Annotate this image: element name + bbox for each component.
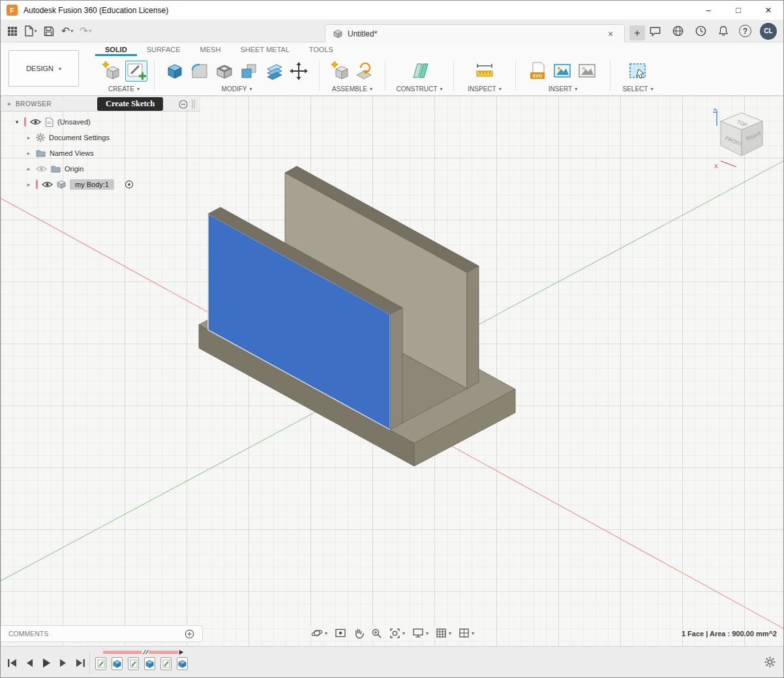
document-tab[interactable]: Untitled* × [325, 24, 625, 42]
tree-item-label: Origin [65, 165, 83, 173]
group-label-assemble[interactable]: ASSEMBLE▾ [332, 85, 372, 93]
expand-arrow-icon[interactable]: ▾ [14, 119, 20, 125]
eye-icon[interactable] [42, 181, 53, 188]
joint-icon[interactable] [354, 61, 375, 81]
tab-solid[interactable]: SOLID [95, 42, 137, 56]
measure-icon[interactable] [474, 61, 495, 81]
assemble-new-component-icon[interactable] [329, 61, 350, 81]
group-label-select[interactable]: SELECT▾ [623, 85, 654, 93]
move-icon[interactable] [288, 61, 309, 81]
group-label-insert[interactable]: INSERT▾ [549, 85, 578, 93]
view-cube[interactable]: Z X TOP FRONT RIGHT [708, 104, 776, 175]
svg-badge-text: SVG [533, 74, 543, 78]
tree-item-named-views[interactable]: ▸ Named Views [1, 145, 200, 161]
press-pull-icon[interactable] [164, 61, 185, 81]
model-face-wall2-right[interactable] [467, 266, 479, 389]
step-back-button[interactable] [22, 655, 37, 670]
timeline-sketch-feature-icon[interactable] [95, 657, 106, 670]
collapsed-arrow-icon[interactable]: ▸ [25, 134, 32, 141]
tree-item-document[interactable]: ▾ (Unsaved) [1, 114, 200, 130]
document-icon [45, 117, 53, 127]
timeline-extrude-feature-icon[interactable] [112, 657, 123, 670]
browser-minimize-icon[interactable] [179, 100, 188, 109]
collapsed-arrow-icon[interactable]: ▸ [25, 181, 32, 188]
notifications-bell-icon[interactable] [716, 23, 731, 40]
construct-plane-icon[interactable] [408, 61, 430, 81]
timeline-playhead[interactable] [179, 650, 183, 655]
decal-icon[interactable] [552, 61, 573, 81]
model-face-wall1-right[interactable] [390, 308, 402, 430]
tab-tools[interactable]: TOOLS [299, 42, 343, 56]
step-forward-button[interactable] [55, 655, 70, 670]
add-comment-icon[interactable] [185, 629, 194, 639]
tab-sheet-metal[interactable]: SHEET METAL [230, 42, 299, 56]
offset-face-icon[interactable] [264, 61, 284, 81]
ribbon-separator [453, 61, 454, 91]
new-component-icon[interactable] [100, 61, 121, 81]
history-clock-icon[interactable] [693, 23, 708, 40]
minimize-button[interactable]: – [693, 1, 723, 20]
shell-icon[interactable] [214, 61, 235, 81]
group-label-inspect[interactable]: INSPECT▾ [468, 85, 501, 93]
display-settings-icon[interactable]: ▾ [412, 628, 429, 638]
redo-button[interactable]: ↷▾ [78, 23, 93, 40]
group-label-construct[interactable]: CONSTRUCT▾ [397, 85, 443, 93]
app-grid-icon[interactable] [5, 23, 20, 40]
file-menu-button[interactable]: ▾ [23, 23, 38, 40]
grid-icon[interactable]: ▾ [436, 628, 451, 638]
close-button[interactable]: × [753, 1, 783, 20]
create-sketch-icon[interactable] [125, 61, 147, 81]
combine-icon[interactable] [239, 61, 260, 81]
timeline-scrubber-track[interactable] [95, 650, 194, 655]
pan-icon[interactable] [354, 628, 364, 639]
activate-target-icon[interactable] [125, 180, 134, 189]
go-to-start-button[interactable] [5, 655, 20, 670]
undo-button[interactable]: ↶▾ [60, 23, 74, 40]
fit-icon[interactable]: ▾ [389, 628, 405, 639]
zoom-icon[interactable] [371, 628, 382, 639]
timeline-extrude-feature-icon[interactable] [177, 657, 188, 670]
collapsed-arrow-icon[interactable]: ▸ [25, 166, 32, 172]
insert-svg-icon[interactable]: SVG [528, 61, 548, 81]
user-avatar[interactable]: CL [760, 23, 777, 40]
tab-close-icon[interactable]: × [605, 29, 616, 39]
timeline-settings-gear-icon[interactable] [764, 656, 776, 668]
workspace-selector[interactable]: DESIGN ▾ [8, 50, 79, 87]
eye-icon[interactable] [30, 118, 41, 126]
body-cube-icon [57, 180, 66, 189]
tree-item-document-settings[interactable]: ▸ Document Settings [1, 130, 200, 145]
tab-surface[interactable]: SURFACE [137, 42, 190, 56]
go-to-end-button[interactable] [72, 655, 87, 670]
play-button[interactable] [38, 655, 53, 670]
tab-mesh[interactable]: MESH [190, 42, 231, 56]
timeline-sketch-feature-icon[interactable] [128, 657, 139, 670]
timeline-sketch-feature-icon[interactable] [160, 657, 172, 670]
browser-collapse-icon[interactable]: ◄ [6, 101, 11, 107]
tree-item-body[interactable]: ▸ my Body:1 [1, 177, 200, 192]
fillet-icon[interactable] [189, 61, 210, 81]
comment-icon[interactable] [648, 23, 662, 40]
timeline-extrude-feature-icon[interactable] [144, 657, 155, 670]
eye-hidden-icon[interactable] [36, 165, 47, 173]
look-at-icon[interactable] [335, 628, 346, 638]
viewports-icon[interactable]: ▾ [459, 628, 474, 638]
canvas-icon[interactable] [577, 61, 597, 81]
group-inspect: INSPECT▾ [455, 56, 514, 95]
orbit-icon[interactable]: ▾ [311, 627, 327, 639]
group-label-create[interactable]: CREATE▾ [108, 85, 140, 93]
viewport[interactable]: ◄ BROWSER Create Sketch ▾ (Unsaved) ▸ Do… [1, 96, 784, 646]
web-icon[interactable] [671, 23, 685, 40]
new-tab-button[interactable]: + [629, 25, 645, 40]
edit-indicator-bar [24, 117, 26, 126]
comments-panel[interactable]: COMMENTS [1, 625, 203, 642]
browser-resize-grip[interactable] [192, 99, 195, 110]
select-icon[interactable] [627, 61, 648, 81]
ribbon-toolbar: CREATE▾ [1, 56, 783, 96]
maximize-button[interactable]: □ [723, 1, 753, 20]
browser-tree: ▾ (Unsaved) ▸ Document Settings ▸ Named … [1, 114, 200, 192]
save-button[interactable] [42, 23, 56, 40]
tree-item-origin[interactable]: ▸ Origin [1, 161, 200, 177]
help-icon[interactable]: ? [739, 25, 751, 37]
collapsed-arrow-icon[interactable]: ▸ [25, 150, 32, 156]
group-label-modify[interactable]: MODIFY▾ [222, 85, 252, 93]
